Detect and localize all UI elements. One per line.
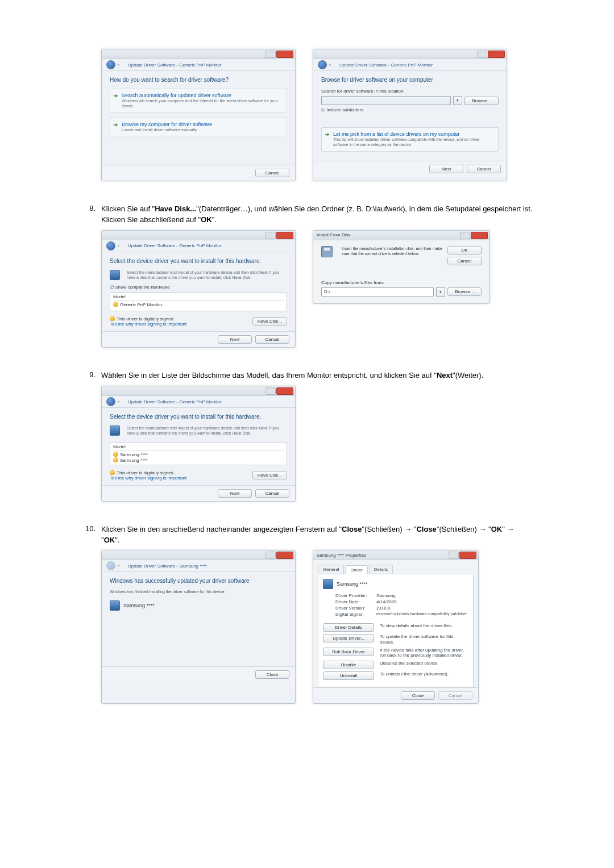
device-name: Samsung **** [337, 581, 368, 587]
t: "(Schließen) → " [362, 525, 416, 533]
instruct: Select the manufacturer and model of you… [127, 270, 287, 281]
nav-title: Update Driver Software - Generic PnP Mon… [339, 62, 433, 68]
k: Digital Signer: [335, 612, 376, 617]
step-9: 9. Wählen Sie in der Liste der Bildschir… [80, 370, 534, 501]
arrow-icon: ➔ [113, 93, 118, 99]
back-icon [106, 397, 115, 406]
step-7-screens: ▸ Update Driver Software - Generic PnP M… [80, 49, 534, 181]
fwd-icon: ▸ [329, 62, 335, 68]
arrow-icon: ➔ [325, 131, 329, 137]
titlebar [102, 231, 295, 240]
shield-icon [113, 457, 118, 462]
browse-button: Browse... [447, 287, 482, 296]
cancel-button: Cancel [467, 165, 501, 173]
step-text: Wählen Sie in der Liste der Bildschirme … [101, 370, 534, 381]
next-button: Next [218, 489, 252, 498]
wizard-success: ▸ Update Driver Software - Samsung **** … [101, 550, 296, 703]
path-input [321, 96, 451, 105]
tab-driver: Driver [345, 565, 367, 574]
instruct: Insert the manufacturer's installation d… [342, 247, 443, 257]
uninstall-button: Uninstall [323, 671, 374, 680]
cancel-button: Cancel [255, 169, 289, 177]
wizard-select-samsung: ▸ Update Driver Software - Generic PnP M… [101, 386, 296, 502]
nav-bar: ▸ Update Driver Software - Generic PnP M… [313, 59, 507, 71]
col-header: Model [113, 294, 284, 301]
titlebar: Install From Disk [313, 231, 489, 240]
cancel-button: Cancel [438, 691, 472, 700]
t: This driver is digitally signed. [117, 316, 175, 322]
model-list: Model Generic PnP Monitor [110, 292, 287, 311]
back-icon [106, 241, 115, 251]
device-icon [110, 270, 120, 280]
close-icon [276, 387, 293, 395]
wizard-browse-location: ▸ Update Driver Software - Generic PnP M… [313, 49, 507, 181]
chevron-down-icon: ▾ [453, 96, 462, 105]
opt-title: Let me pick from a list of device driver… [333, 131, 493, 137]
close-button: Close [401, 691, 435, 700]
properties-dialog: Samsung **** Properties General Driver D… [313, 550, 479, 703]
fwd-icon: ▸ [118, 243, 123, 249]
signed-text: This driver is digitally signed. [110, 316, 186, 322]
wizard-heading: How do you want to search for driver sof… [110, 77, 287, 83]
document-page: ▸ Update Driver Software - Generic PnP M… [0, 0, 614, 761]
driver-details-button: Driver Details [323, 623, 374, 632]
option-pick-list: ➔ Let me pick from a list of device driv… [321, 127, 499, 152]
titlebar [313, 49, 507, 59]
nav-bar: ▸ Update Driver Software - Generic PnP M… [102, 396, 295, 408]
nav-title: Update Driver Software - Generic PnP Mon… [128, 243, 221, 248]
wizard-heading: Select the device driver you want to ins… [110, 258, 287, 264]
nav-title: Update Driver Software - Samsung **** [128, 564, 207, 569]
tabs: General Driver Details [318, 565, 474, 574]
t-bold: OK [201, 215, 212, 224]
nav-title: Update Driver Software - Generic PnP Mon… [128, 399, 221, 404]
step-text: Klicken Sie auf "Have Disk..."(Datenträg… [101, 204, 534, 226]
desc: Disables the selected device. [380, 661, 468, 666]
desc: To update the driver software for this d… [380, 634, 468, 645]
cancel-button: Cancel [255, 335, 289, 344]
close-icon [488, 51, 505, 58]
min-icon [477, 51, 487, 58]
step-10: 10. Klicken Sie in den anschießend nache… [80, 524, 534, 704]
wizard-heading: Browse for driver software on your compu… [321, 77, 499, 83]
opt-sub: Windows will search your computer and th… [122, 99, 282, 109]
next-button: Next [429, 165, 463, 173]
have-disk-button: Have Disk... [252, 471, 287, 479]
search-label: Search for driver software in this locat… [321, 89, 499, 94]
include-subfolders: Include subfolders [321, 107, 499, 112]
signed-text: This driver is digitally signed. [110, 470, 186, 475]
wizard-heading: Select the device driver you want to ins… [110, 414, 287, 420]
close-button: Close [255, 670, 289, 679]
k: Driver Provider: [335, 593, 376, 598]
opt-title: Browse my computer for driver software [122, 122, 282, 127]
wizard-heading: Windows has successfully updated your dr… [110, 578, 287, 584]
v: 2.0.0.0 [376, 606, 390, 611]
step-number: 10. [80, 524, 101, 533]
step-number: 9. [80, 370, 101, 379]
min-icon [265, 51, 276, 58]
arrow-icon: ➔ [113, 122, 118, 128]
t-bold: OK [491, 525, 503, 533]
opt-sub: This list will show installed driver sof… [333, 137, 493, 148]
t: "(Weiter). [453, 371, 483, 379]
shield-icon [113, 452, 118, 457]
next-button: Next [218, 335, 252, 344]
option-auto-search: ➔ Search automatically for updated drive… [110, 89, 287, 113]
install-from-disk-dialog: Install From Disk Insert the manufacture… [313, 230, 490, 304]
signing-link: Tell me why driver signing is important [110, 322, 186, 327]
min-icon [265, 552, 276, 559]
step-number: 8. [80, 204, 101, 212]
fwd-icon: ▸ [118, 563, 123, 569]
t: This driver is digitally signed. [117, 470, 175, 475]
disable-button: Disable [323, 661, 374, 669]
model-row: Generic PnP Monitor [113, 302, 284, 307]
device-icon [110, 600, 120, 611]
t-bold: OK [104, 536, 115, 544]
model-list: Model Samsung **** Samsung **** [110, 442, 287, 465]
tab-details: Details [369, 565, 393, 574]
floppy-icon [321, 246, 333, 257]
step-8: 8. Klicken Sie auf "Have Disk..."(Datent… [80, 204, 534, 348]
sub-text: Windows has finished installing the driv… [110, 590, 287, 595]
t: Klicken Sie in den anschießend nacheinan… [101, 525, 342, 533]
model-name: Samsung **** [120, 458, 147, 463]
device-icon [110, 425, 120, 436]
